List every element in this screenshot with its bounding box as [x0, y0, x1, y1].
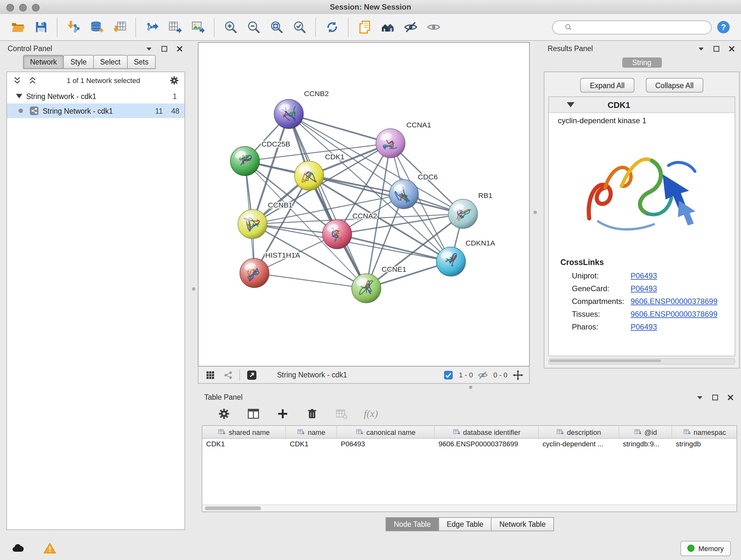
browser-home-icon[interactable]	[379, 18, 396, 36]
network-node-CDC6[interactable]	[389, 179, 419, 209]
cell-name[interactable]: CDK1	[286, 439, 337, 451]
table-settings-gear-icon[interactable]	[217, 407, 231, 421]
warning-icon[interactable]	[42, 542, 57, 555]
zoom-out-icon[interactable]	[245, 18, 262, 36]
network-node-CDC25B[interactable]	[230, 146, 260, 176]
apply-layout-icon[interactable]	[323, 18, 341, 36]
export-view-icon[interactable]	[245, 368, 258, 381]
view-graph-icon[interactable]	[221, 368, 234, 381]
network-edge[interactable]	[254, 273, 366, 288]
splitter-grip[interactable]	[192, 287, 195, 291]
pan-crosshair-icon[interactable]	[511, 368, 524, 381]
crosslink-link[interactable]: P06493	[630, 271, 657, 280]
import-table-icon[interactable]	[111, 18, 128, 36]
column-header-canonical-name[interactable]: canonical name	[337, 426, 434, 438]
network-collection-row[interactable]: String Network - cdk1 1	[7, 89, 185, 104]
selected-checkbox-icon[interactable]	[442, 368, 455, 381]
search-field[interactable]	[552, 20, 712, 34]
cell-shared-name[interactable]: CDK1	[202, 439, 286, 451]
hide-details-eye-slash-icon[interactable]	[401, 18, 419, 36]
panel-float-icon[interactable]	[711, 393, 719, 401]
export-image-icon[interactable]	[189, 18, 207, 36]
panel-float-icon[interactable]	[712, 44, 721, 53]
crosslink-link[interactable]: 9606.ENSP00000378699	[630, 310, 718, 319]
panel-close-icon[interactable]	[726, 393, 735, 401]
splitter-grip[interactable]	[534, 211, 537, 214]
documents-icon[interactable]	[355, 18, 374, 36]
network-graph[interactable]: CCNB2CCNA1CDC25BCDK1CDC6RB1CCNB1CCNA2CDK…	[199, 43, 529, 366]
expand-all-icon[interactable]	[27, 75, 38, 85]
tab-network-table[interactable]: Network Table	[491, 517, 554, 531]
show-columns-icon[interactable]	[246, 407, 260, 421]
cell-description[interactable]: cyclin-dependent ...	[539, 439, 619, 451]
network-edge[interactable]	[337, 234, 451, 262]
network-row[interactable]: String Network - cdk1 11 48	[7, 104, 185, 118]
panel-menu-icon[interactable]	[697, 44, 705, 53]
panel-close-icon[interactable]	[728, 44, 736, 53]
panel-menu-icon[interactable]	[696, 393, 704, 401]
panel-float-icon[interactable]	[160, 44, 169, 53]
column-header-description[interactable]: description	[539, 426, 619, 438]
tab-node-table[interactable]: Node Table	[386, 517, 439, 531]
splitter-grip[interactable]	[469, 386, 472, 389]
show-details-eye-icon[interactable]	[424, 18, 442, 36]
search-input[interactable]	[580, 23, 707, 32]
crosslink-link[interactable]: P06493	[630, 284, 657, 293]
results-scrollbar[interactable]	[548, 358, 735, 365]
disclosure-triangle-icon[interactable]	[16, 94, 22, 98]
table-horizontal-scrollbar[interactable]	[202, 504, 737, 511]
import-network-file-icon[interactable]	[64, 18, 82, 36]
hidden-eye-slash-icon[interactable]	[477, 368, 489, 381]
view-grid-icon[interactable]	[204, 368, 216, 381]
zoom-fit-icon[interactable]	[267, 18, 285, 36]
results-panel-header: Results Panel	[542, 42, 741, 55]
network-node-CCNA2[interactable]	[323, 220, 352, 249]
column-type-icon	[452, 428, 461, 436]
cell-namespace[interactable]: stringdb	[672, 439, 737, 451]
network-edge[interactable]	[289, 114, 391, 143]
collection-count: 1	[173, 92, 177, 100]
crosslink-link[interactable]: 9606.ENSP00000378699	[630, 297, 718, 306]
expand-all-button[interactable]: Expand All	[581, 78, 634, 92]
table-row[interactable]: CDK1 CDK1 P06493 9606.ENSP00000378699 cy…	[202, 439, 737, 451]
save-session-icon[interactable]	[32, 18, 50, 36]
collapse-all-icon[interactable]	[12, 75, 22, 85]
crosslink-link[interactable]: P06493	[630, 322, 657, 331]
delete-column-icon[interactable]	[305, 407, 319, 421]
export-network-icon[interactable]	[143, 18, 161, 36]
network-options-gear-icon[interactable]	[169, 75, 179, 85]
panel-close-icon[interactable]	[176, 44, 184, 53]
import-network-database-icon[interactable]	[87, 18, 105, 36]
cloud-icon[interactable]	[10, 542, 25, 555]
tab-sets[interactable]: Sets	[127, 55, 155, 69]
zoom-selected-icon[interactable]	[290, 18, 308, 36]
collapse-all-button[interactable]: Collapse All	[646, 78, 703, 92]
tab-select[interactable]: Select	[93, 55, 128, 69]
function-builder-icon[interactable]: f(x)	[364, 408, 378, 420]
cell-canonical-name[interactable]: P06493	[337, 439, 434, 451]
column-header-id[interactable]: @id	[619, 426, 672, 438]
memory-button[interactable]: Memory	[681, 541, 731, 556]
titlebar: Session: New Session	[0, 0, 741, 15]
add-column-icon[interactable]	[276, 407, 290, 421]
cell-database-identifier[interactable]: 9606.ENSP00000378699	[434, 439, 539, 451]
network-node-CCNB1[interactable]	[238, 209, 267, 239]
gene-section-header[interactable]: CDK1	[549, 97, 735, 113]
tab-network[interactable]: Network	[23, 55, 64, 69]
tab-style[interactable]: Style	[63, 55, 93, 69]
network-canvas[interactable]: CCNB2CCNA1CDC25BCDK1CDC6RB1CCNB1CCNA2CDK…	[198, 42, 530, 367]
tab-edge-table[interactable]: Edge Table	[439, 517, 492, 531]
tab-string[interactable]: String	[622, 57, 662, 68]
help-icon[interactable]: ?	[714, 18, 732, 36]
disclosure-triangle-icon[interactable]	[567, 102, 575, 107]
open-session-icon[interactable]	[9, 18, 27, 36]
zoom-in-icon[interactable]	[221, 18, 239, 36]
cell-id[interactable]: stringdb:9...	[619, 439, 672, 451]
export-table-icon[interactable]	[166, 18, 184, 36]
panel-menu-icon[interactable]	[145, 44, 153, 53]
column-header-database-identifier[interactable]: database identifier	[434, 426, 539, 438]
column-header-name[interactable]: name	[286, 426, 337, 438]
column-header-namespace[interactable]: namespac	[672, 426, 737, 438]
network-edge[interactable]	[289, 114, 366, 288]
column-header-shared-name[interactable]: shared name	[202, 426, 286, 438]
